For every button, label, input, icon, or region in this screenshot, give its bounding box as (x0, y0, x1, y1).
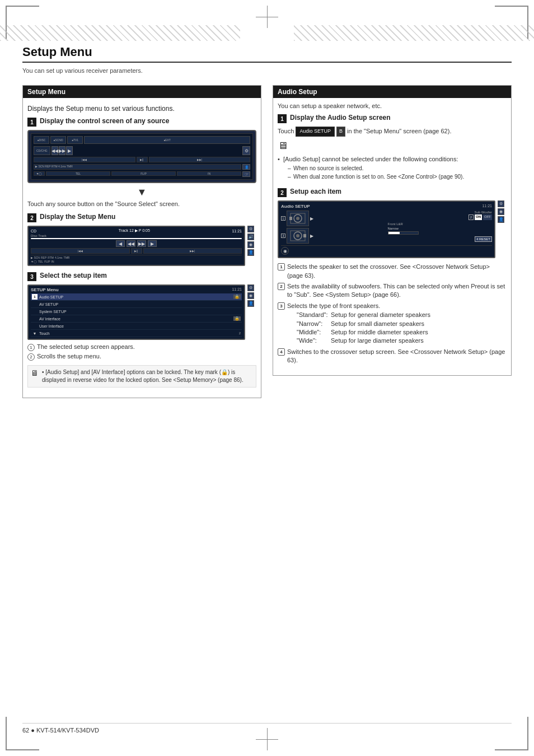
page-title: Setup Menu (22, 45, 92, 59)
audio-sub-1: When no source is selected. (288, 165, 507, 172)
source-row3: |◀◀ ▶‖ ▶▶| (34, 157, 250, 162)
setup-item-avinterface[interactable]: AV Interface 🔒 (31, 315, 242, 323)
ann-num-3: 3 (278, 302, 285, 310)
ann-3-middle-label: "Middle": (297, 328, 327, 337)
audio-screen-right: Sub Woofer 2 ON OFF Front L&R (388, 211, 493, 244)
cd-header: CD Track 12 ▶ P 0:05 11:21 (31, 228, 242, 233)
strip-left (0, 25, 240, 41)
cd-tel: TEL (38, 260, 43, 263)
step1-text: Display the control screen of any source (40, 117, 169, 125)
audio-step2-item: 2 Setup each item Audio SETUP 11:21 (278, 188, 507, 365)
audio-screen-title: Audio SETUP (281, 204, 310, 209)
audio-setup-screen: Audio SETUP 11:21 1 (278, 200, 495, 258)
setup-item-av-text: AV SETUP (39, 302, 58, 306)
ann-text-1: Selects the speaker to set the crossover… (287, 263, 507, 280)
ann-3-standard-desc: Setup for general diameter speakers (331, 311, 507, 319)
source-row2: CD/CHG ◀◀ ▶▶ ▶ ⚙ (34, 146, 250, 155)
step3-label: 3 Select the setup item (27, 272, 256, 281)
setup-item-user[interactable]: User Interface (31, 323, 242, 330)
setup-side-icons: ⚙ ◉ 👤 (247, 284, 254, 307)
setup-item-av[interactable]: AV SETUP (31, 301, 242, 308)
ctrl-ff: ▶▶ (59, 146, 65, 155)
ann4-row: 4 RESET (388, 236, 493, 242)
step1-item: 1 Display the control screen of any sour… (27, 117, 256, 207)
setup-item-system-spacer (32, 309, 38, 314)
ann-1-num: 1 (283, 217, 284, 220)
setup-notes-list: 1 The selected setup screen appears. 2 S… (27, 343, 256, 361)
step3-item: 3 Select the setup item SETUP Menu 11:21 (27, 272, 256, 388)
cd-controls-row2: |◀◀ ▶‖ ▶▶| (31, 248, 242, 254)
annotation-2: 2 Sets the availability of subwoofers. T… (278, 282, 507, 300)
step3-number: 3 (27, 272, 36, 281)
ann-num-1: 1 (278, 263, 285, 270)
src-cd: ●DISC (34, 136, 49, 144)
cd-progress-bar (31, 238, 242, 239)
ann-1-badge: 1 (281, 216, 285, 221)
cd-track-info: Track 12 ▶ P 0:05 (119, 228, 150, 233)
side-icon-2: 🔊 (247, 234, 254, 240)
corner-decoration-bl (6, 717, 39, 750)
page-footer: 62 ● KVT-514/KVT-534DVD (22, 723, 512, 734)
audio-step2-text: Setup each item (290, 188, 341, 195)
cd-screen: CD Track 12 ▶ P 0:05 11:21 Disc Track ◀ (27, 226, 245, 266)
setup-item-touch[interactable]: ▼ Touch 2 (31, 330, 242, 337)
step2-label: 2 Display the Setup Menu (27, 213, 256, 222)
audio-setup-section: Audio Setup You can setup a speaker netw… (273, 85, 512, 376)
setup-item-system-wrap: System SETUP (32, 309, 67, 314)
cd-screen-wrapper: CD Track 12 ▶ P 0:05 11:21 Disc Track ◀ (27, 226, 245, 266)
setup-items-list: 1 Audio SETUP 🔒 AV SETUP (31, 293, 242, 337)
svg-point-2 (296, 217, 299, 220)
step2-text: Display the Setup Menu (40, 213, 115, 221)
sub-on-btn[interactable]: ON (475, 214, 482, 220)
cd-flip: FLIP (44, 260, 50, 263)
audio-setup-desc: You can setup a speaker network, etc. (278, 102, 507, 109)
setup-item-audio-lock: 🔒 (233, 295, 241, 299)
sub-off-btn[interactable]: OFF (483, 214, 492, 220)
src-bar1: |◀◀ (34, 157, 135, 162)
setup-item-system-text: System SETUP (39, 310, 67, 314)
setup-menu-screen: SETUP Menu 11:21 1 Audio SETUP (27, 284, 245, 340)
step1-desc: Touch any source button on the "Source S… (27, 200, 256, 207)
top-decorative-strips (0, 25, 534, 41)
cd-bottom-row2: ▼◯ TEL FLIP IN (31, 260, 242, 263)
setup-menu-header: Setup Menu (23, 86, 261, 98)
setup-item-avint-spacer (32, 316, 38, 321)
note-circle-2: 2 (27, 353, 35, 361)
setup-note-1-text: The selected setup screen appears. (37, 343, 135, 350)
setup-item-user-text: User Interface (39, 324, 64, 328)
ann-3-content: Selects the type of front speakers. "Sta… (287, 302, 507, 346)
svg-rect-3 (289, 217, 292, 220)
audio-note-list: [Audio Setup] cannot be selected under t… (278, 155, 507, 181)
ann-text-3: Selects the type of front speakers. (287, 302, 380, 309)
setup-item-audio[interactable]: 1 Audio SETUP 🔒 (31, 293, 242, 301)
audio-setup-button[interactable]: Audio SETUP (296, 127, 335, 137)
audio-bullet-1: [Audio Setup] cannot be selected under t… (278, 155, 507, 181)
audio-speaker-row2: 3 (281, 228, 386, 244)
front-lr-label: Front L&R (388, 222, 493, 226)
setup-side-icon-3: 👤 (247, 300, 254, 307)
setup-menu-screen-wrapper: SETUP Menu 11:21 1 Audio SETUP (27, 284, 245, 340)
side-icon-4: 👤 (247, 249, 254, 256)
setup-item-system[interactable]: System SETUP (31, 308, 242, 315)
setup-item-num-1: 1 (32, 294, 38, 300)
cd-next[interactable]: ▶ (148, 240, 157, 247)
audio-step1-number: 1 (278, 114, 287, 123)
setup-side-icon-2: ◉ (247, 292, 254, 299)
cd-rew[interactable]: ◀◀ (127, 240, 135, 247)
audio-step1-item: 1 Display the Audio Setup screen Touch A… (278, 114, 507, 181)
two-col-layout: Setup Menu Displays the Setup menu to se… (22, 85, 512, 398)
source-row4: ▶ SCN REP RTM 4.1ms TMR 👤 (34, 164, 250, 170)
svg-rect-7 (303, 234, 306, 237)
page-number: 62 ● KVT-514/KVT-534DVD (22, 727, 99, 734)
side-icon-1: ⚙ (247, 226, 254, 232)
cd-disc-track: Disc Track (31, 234, 46, 237)
cd-ctrl2: ▶‖ (131, 248, 142, 254)
ann-3-standard-label: "Standard": (297, 311, 327, 319)
cd-bot3: RTM (48, 256, 54, 259)
narrow-slider[interactable] (388, 231, 419, 235)
cd-prev[interactable]: ◀ (116, 240, 125, 247)
ann-3-standard: "Standard": Setup for general diameter s… (297, 311, 507, 319)
ann-3-middle: "Middle": Setup for middle diameter spea… (297, 328, 507, 337)
audio-sub-2: When dual zone function is set to on. Se… (288, 173, 507, 181)
cd-ff[interactable]: ▶▶ (137, 240, 146, 247)
